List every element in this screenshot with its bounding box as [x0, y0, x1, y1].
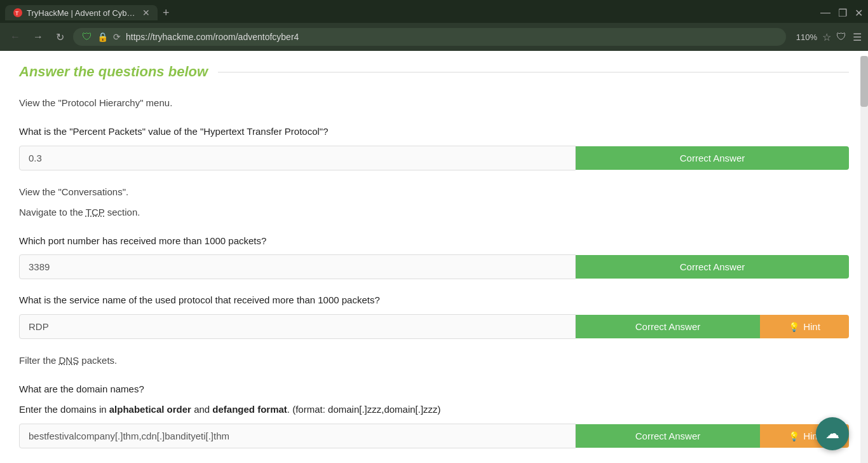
question-block-q6: Filter the DNS packets. [19, 353, 849, 368]
question-block-q3: View the "Conversations". Navigate to th… [19, 184, 849, 220]
shield-right-icon: 🛡 [836, 31, 846, 43]
q7-bold2: defanged format [212, 404, 287, 415]
cloud-icon: ☁ [825, 425, 839, 442]
q5-hint-lightbulb-icon [789, 321, 799, 332]
q7-answer-row: Correct Answer Hint [19, 424, 849, 448]
url-text: https://tryhackme.com/room/adventofcyber… [126, 32, 777, 42]
scrollbar[interactable] [860, 56, 868, 463]
browser-right-icons: 🛡 ☰ [836, 31, 862, 43]
section-header: Answer the questions below [19, 64, 849, 80]
tab-close-button[interactable]: ✕ [142, 8, 150, 18]
q4-question: Which port number has received more than… [19, 234, 849, 249]
reload-icon: ⟳ [113, 32, 121, 42]
tab-favicon: T [13, 8, 23, 18]
section-title: Answer the questions below [19, 64, 208, 80]
q2-correct-button[interactable]: Correct Answer [576, 146, 849, 170]
question-block-q7: What are the domain names? Enter the dom… [19, 382, 849, 448]
q1-instruction: View the "Protocol Hierarchy" menu. [19, 95, 849, 111]
q4-answer-row: Correct Answer [19, 254, 849, 279]
cloud-chat-button[interactable]: ☁ [816, 417, 849, 450]
security-shield-icon: 🛡 [82, 31, 92, 43]
q5-answer-row: Correct Answer Hint [19, 314, 849, 339]
q7-question-line2: Enter the domains in alphabetical order … [19, 403, 849, 417]
tab-title: TryHackMe | Advent of Cyber 2 [27, 8, 137, 18]
minimize-button[interactable]: — [820, 7, 831, 18]
q2-answer-input[interactable] [19, 146, 576, 170]
q2-answer-row: Correct Answer [19, 146, 849, 170]
url-bar[interactable]: 🛡 🔒 ⟳ https://tryhackme.com/room/advento… [73, 28, 786, 46]
svg-text:T: T [15, 10, 19, 17]
bookmark-star-icon[interactable]: ☆ [822, 31, 831, 43]
back-button[interactable]: ← [6, 30, 24, 44]
menu-icon[interactable]: ☰ [853, 31, 862, 43]
section-divider [218, 72, 849, 73]
window-close-button[interactable]: ✕ [855, 7, 863, 19]
question-block-q5: What is the service name of the used pro… [19, 293, 849, 339]
q5-correct-button[interactable]: Correct Answer [576, 315, 760, 338]
q7-correct-button[interactable]: Correct Answer [576, 424, 760, 448]
refresh-button[interactable]: ↻ [52, 30, 68, 45]
q7-answer-input[interactable] [19, 424, 576, 448]
forward-button[interactable]: → [29, 30, 47, 44]
q7-hint-lightbulb-icon [789, 431, 799, 441]
q4-correct-button[interactable]: Correct Answer [576, 255, 849, 279]
question-block-q2: What is the "Percent Packets" value of t… [19, 125, 849, 170]
q6-instruction: Filter the DNS packets. [19, 353, 849, 368]
q7-question-line1: What are the domain names? [19, 382, 849, 397]
q2-question: What is the "Percent Packets" value of t… [19, 125, 849, 139]
new-tab-button[interactable]: + [158, 6, 175, 20]
lock-icon: 🔒 [97, 32, 108, 42]
nav-bar: ← → ↻ 🛡 🔒 ⟳ https://tryhackme.com/room/a… [0, 23, 868, 51]
tcp-underline: TCP [86, 207, 105, 218]
active-tab[interactable]: T TryHackMe | Advent of Cyber 2 ✕ [5, 5, 158, 20]
browser-chrome: T TryHackMe | Advent of Cyber 2 ✕ + — ❐ … [0, 0, 868, 51]
window-controls: — ❐ ✕ [820, 7, 863, 19]
q3-instruction-line1: View the "Conversations". [19, 184, 849, 200]
q5-hint-button[interactable]: Hint [760, 315, 849, 338]
question-block-q1: View the "Protocol Hierarchy" menu. [19, 95, 849, 111]
dns-underline: DNS [59, 355, 79, 366]
q7-bold1: alphabetical order [109, 404, 191, 415]
zoom-indicator: 110% [796, 32, 817, 42]
maximize-button[interactable]: ❐ [838, 7, 847, 19]
q4-answer-input[interactable] [19, 254, 576, 279]
q3-instruction-line2: Navigate to the TCP section. [19, 205, 849, 220]
q5-question: What is the service name of the used pro… [19, 293, 849, 308]
page-content: Answer the questions below View the "Pro… [0, 51, 868, 463]
tab-bar: T TryHackMe | Advent of Cyber 2 ✕ + — ❐ … [0, 0, 868, 23]
question-block-q4: Which port number has received more than… [19, 234, 849, 280]
scrollbar-thumb[interactable] [860, 56, 868, 107]
q5-answer-input[interactable] [19, 314, 576, 339]
